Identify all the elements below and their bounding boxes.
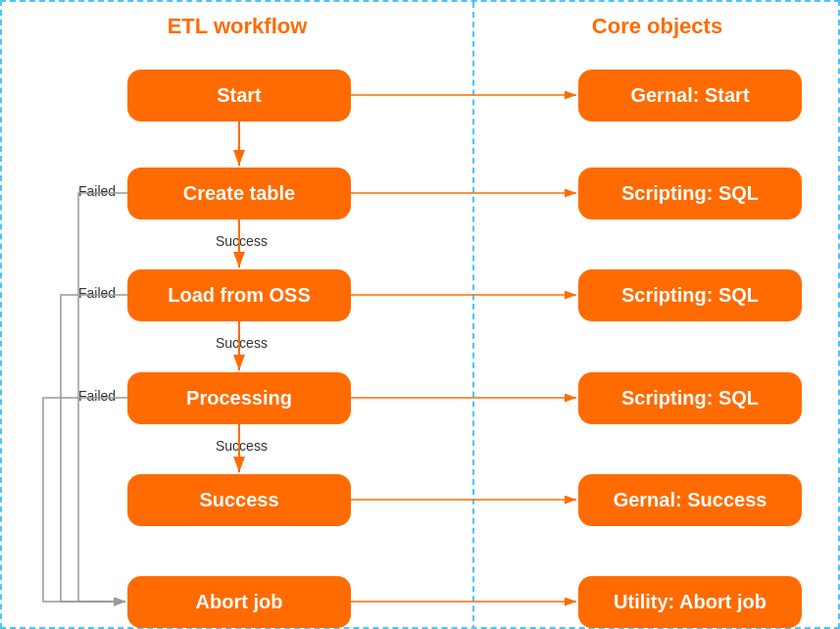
label-failed-3: Failed: [78, 388, 116, 404]
core-node-gernal-success[interactable]: Gernal: Success: [578, 474, 802, 526]
core-header: Core objects: [472, 2, 840, 39]
core-node-scripting-sql-2[interactable]: Scripting: SQL: [578, 269, 802, 321]
etl-header: ETL workflow: [2, 2, 472, 39]
node-abort-job[interactable]: Abort job: [127, 576, 351, 628]
label-success-3: Success: [216, 438, 268, 454]
core-node-scripting-sql-1[interactable]: Scripting: SQL: [578, 168, 802, 219]
column-divider: [472, 2, 474, 629]
node-start[interactable]: Start: [127, 70, 351, 121]
label-success-1: Success: [216, 233, 268, 249]
label-failed-1: Failed: [78, 183, 116, 199]
node-processing[interactable]: Processing: [127, 372, 351, 424]
label-failed-2: Failed: [78, 285, 116, 301]
label-success-2: Success: [216, 335, 268, 351]
core-node-abort-job[interactable]: Utility: Abort job: [578, 576, 802, 628]
node-create-table[interactable]: Create table: [127, 168, 351, 219]
node-load-oss[interactable]: Load from OSS: [127, 269, 351, 321]
core-node-gernal-start[interactable]: Gernal: Start: [578, 70, 802, 121]
node-success[interactable]: Success: [127, 474, 351, 526]
diagram-container: ETL workflow Core objects Start Create t…: [0, 0, 840, 629]
core-node-scripting-sql-3[interactable]: Scripting: SQL: [578, 372, 802, 424]
